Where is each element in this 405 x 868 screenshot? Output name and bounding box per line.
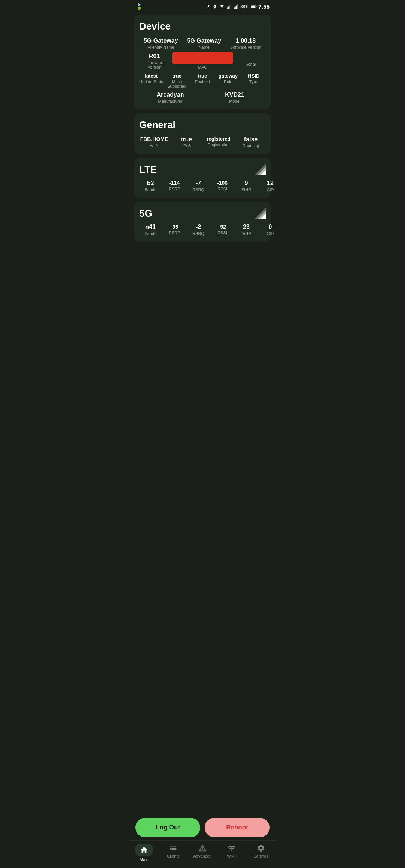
5g-sinr-value: 23	[243, 224, 250, 230]
name-value: 5G Gateway	[187, 37, 221, 44]
ipv6-cell: true IPv6	[171, 136, 201, 148]
nav-clients-icon-wrap	[169, 844, 178, 853]
hsid-type-cell: HSID Type	[242, 73, 266, 88]
device-row-mac: R01 Hardware Version MAC Serial	[139, 52, 266, 69]
roaming-value: false	[244, 136, 258, 143]
nav-settings[interactable]: Settings	[246, 844, 276, 862]
time-display: 7:55	[258, 3, 270, 10]
mesh-supported-label: Mesh Supported	[165, 79, 189, 88]
lte-rssi-cell: -106 RSSI	[211, 180, 234, 192]
enabled-cell: true Enabled	[190, 73, 214, 88]
svg-rect-3	[231, 4, 231, 9]
battery-icon	[251, 4, 257, 9]
svg-rect-4	[234, 7, 235, 9]
friendly-name-cell: 5G Gateway Friendly Name	[144, 37, 178, 49]
bluetooth-icon	[206, 4, 211, 9]
device-row-4: Arcadyan Manufacturer KVD21 Model	[139, 91, 266, 103]
signal-bars-2	[234, 4, 239, 9]
logout-button[interactable]: Log Out	[135, 818, 200, 837]
lte-sinr-cell: 9 SiNR	[235, 180, 258, 192]
5g-cid-label: CID	[267, 231, 274, 236]
device-card: Device 5G Gateway Friendly Name 5G Gatew…	[134, 15, 271, 109]
registration-value: registered	[207, 136, 231, 142]
5g-bands-label: Bands	[144, 231, 156, 236]
5g-rssi-cell: -92 RSSI	[211, 224, 234, 236]
serial-cell: Serial	[236, 56, 266, 66]
nav-main[interactable]: Main	[129, 844, 159, 862]
5g-rsrq-label: RSRQ	[192, 231, 204, 236]
svg-rect-10	[256, 6, 256, 7]
update-state-cell: latest Update State	[139, 73, 163, 88]
role-label: Role	[224, 79, 232, 84]
general-row: FBB.HOME APN true IPv6 registered Regist…	[139, 136, 266, 148]
lte-rssi-label: RSSI	[218, 187, 227, 191]
registration-label: Registration	[208, 142, 230, 147]
advanced-icon	[198, 844, 207, 852]
apn-cell: FBB.HOME APN	[139, 136, 169, 148]
5g-rsrp-value: -96	[171, 224, 178, 230]
manufacturer-cell: Arcadyan Manufacturer	[139, 91, 201, 103]
lte-rsrp-label: RSRP	[169, 187, 180, 191]
software-version-cell: 1.00.18 Software Version	[230, 37, 261, 49]
ipv6-label: IPv6	[182, 144, 190, 148]
svg-rect-5	[235, 6, 236, 9]
lte-cid-label: CID	[267, 187, 274, 192]
svg-rect-6	[236, 5, 237, 9]
nav-clients[interactable]: Clients	[159, 844, 188, 862]
5g-cid-value: 0	[269, 224, 272, 230]
model-value: KVD21	[225, 91, 244, 98]
status-bar: 🍃 88% 7	[129, 0, 276, 12]
mac-bar	[172, 52, 233, 64]
5g-rsrq-cell: -2 RSRQ	[187, 224, 210, 236]
lte-rsrq-value: -7	[196, 180, 201, 187]
lte-rsrq-label: RSRQ	[192, 187, 204, 192]
battery-percent: 88%	[240, 4, 249, 9]
general-title: General	[139, 119, 266, 131]
signal-bars-1	[227, 4, 232, 9]
nav-main-bg	[135, 844, 153, 856]
lte-bands-value: b2	[147, 180, 154, 187]
lte-sinr-label: SiNR	[242, 187, 251, 192]
clients-icon	[169, 844, 177, 852]
settings-icon	[257, 844, 265, 852]
lte-rsrp-cell: -114 RSRP	[163, 180, 186, 192]
status-left: 🍃	[135, 3, 143, 10]
model-label: Model	[229, 99, 240, 103]
bottom-buttons: Log Out Reboot	[129, 813, 276, 842]
5g-row: n41 Bands -96 RSRP -2 RSRQ -92 RSSI 23 S…	[139, 224, 266, 236]
role-value: gateway	[219, 73, 238, 79]
5g-rssi-value: -92	[219, 224, 226, 230]
manufacturer-value: Arcadyan	[157, 91, 184, 98]
enabled-label: Enabled	[195, 79, 210, 84]
manufacturer-label: Manufacturer	[158, 99, 183, 103]
5g-rsrp-cell: -96 RSRP	[163, 224, 186, 236]
hardware-version-cell: R01 Hardware Version	[139, 53, 170, 69]
name-label: Name	[199, 45, 210, 49]
name-cell: 5G Gateway Name	[187, 37, 221, 49]
device-row-1: 5G Gateway Friendly Name 5G Gateway Name…	[139, 37, 266, 49]
mac-cell: MAC	[172, 52, 233, 69]
5g-bands-value: n41	[145, 224, 156, 230]
lte-header: LTE	[139, 164, 266, 175]
wifi-icon	[228, 844, 236, 852]
5g-card: 5G n41 Bands -96 RSRP -2 RSRQ -92 RS	[134, 202, 271, 242]
mesh-supported-value: true	[172, 73, 182, 79]
5g-rssi-label: RSSI	[218, 230, 227, 235]
nav-advanced-icon-wrap	[198, 844, 207, 853]
nav-settings-icon-wrap	[256, 844, 266, 853]
nav-advanced[interactable]: Advanced	[188, 844, 217, 862]
lte-bands-cell: b2 Bands	[139, 180, 162, 192]
nav-wifi[interactable]: Wi-Fi	[217, 844, 246, 862]
nav-wifi-label: Wi-Fi	[227, 854, 237, 858]
lte-signal-icon	[255, 164, 266, 175]
bottom-nav: Main Clients Advanced Wi-Fi	[129, 840, 276, 868]
lte-row: b2 Bands -114 RSRP -7 RSRQ -106 RSSI 9 S…	[139, 180, 266, 192]
location-icon	[213, 4, 217, 9]
main-content: Device 5G Gateway Friendly Name 5G Gatew…	[129, 12, 276, 302]
lte-rsrp-value: -114	[169, 180, 180, 186]
reboot-button[interactable]: Reboot	[205, 818, 270, 837]
apn-label: APN	[150, 143, 159, 147]
device-title: Device	[139, 21, 266, 32]
lte-bands-label: Bands	[144, 187, 156, 192]
5g-rsrq-value: -2	[196, 224, 201, 230]
